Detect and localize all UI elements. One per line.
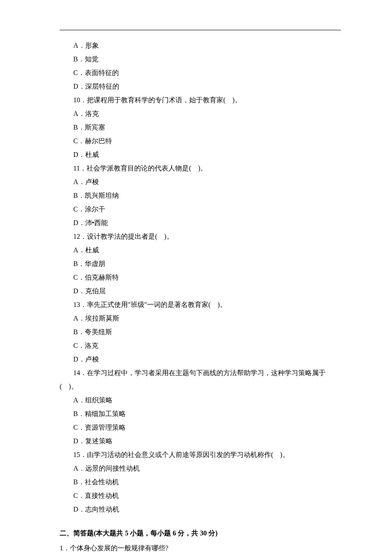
question-stem: 14．在学习过程中，学习者采用在主题句下画线的方法帮助学习，这种学习策略属于( … (60, 366, 341, 393)
option: B．夸美纽斯 (60, 325, 341, 339)
short-answer-item: 1．个体身心发展的一般规律有哪些? (60, 540, 341, 555)
option: D．卢梭 (60, 353, 341, 366)
option: A．洛克 (60, 107, 341, 121)
option: C．涂尔干 (60, 202, 341, 216)
option: B．斯宾塞 (60, 121, 341, 134)
option: B．华虚朋 (60, 257, 341, 271)
option: D．杜威 (60, 148, 341, 162)
question-stem: 12．设计教学法的提出者是( )。 (60, 230, 341, 243)
document-page: A．形象B．知觉C．表面特征的D．深层特征的 10．把课程用于教育科学的专门术语… (0, 0, 392, 555)
short-answer-questions: 1．个体身心发展的一般规律有哪些?2．简述态度与品德学习的一般过程。3．简述开展… (60, 540, 341, 555)
option: D．复述策略 (60, 434, 341, 448)
option: A．埃拉斯莫斯 (60, 312, 341, 325)
option: A．远景的间接性动机 (60, 462, 341, 475)
option: C．赫尔巴特 (60, 134, 341, 148)
option: B．知觉 (60, 52, 341, 66)
question-stem: 10．把课程用于教育科学的专门术语，始于教育家( )。 (60, 93, 341, 107)
option: B．凯兴斯坦纳 (60, 189, 341, 202)
question-stem: 13．率先正式使用"班级"一词的是著名教育家( )。 (60, 298, 341, 312)
option: D．克伯屈 (60, 284, 341, 298)
option: C．直接性动机 (60, 489, 341, 503)
option: A．卢梭 (60, 175, 341, 189)
section-2-header: 二、简答题(本大题共 5 小题，每小题 6 分，共 30 分) (60, 526, 341, 540)
multiple-choice-questions: 10．把课程用于教育科学的专门术语，始于教育家( )。A．洛克B．斯宾塞C．赫尔… (60, 93, 341, 516)
option: C．伯克赫斯特 (60, 271, 341, 284)
question-stem: 11．社会学派教育目的论的代表人物是( )。 (60, 162, 341, 175)
option: C．洛克 (60, 339, 341, 353)
option: A．组织策略 (60, 393, 341, 407)
top-separator (60, 30, 341, 30)
option: D．志向性动机 (60, 503, 341, 516)
question-9-options-partial: A．形象B．知觉C．表面特征的D．深层特征的 (60, 39, 341, 93)
option: A．杜威 (60, 243, 341, 257)
option: A．形象 (60, 39, 341, 52)
option: C．资源管理策略 (60, 421, 341, 434)
option: D．沛•西能 (60, 216, 341, 230)
option: B．精细加工策略 (60, 407, 341, 421)
option: D．深层特征的 (60, 80, 341, 93)
option: C．表面特征的 (60, 66, 341, 80)
option: B．社会性动机 (60, 475, 341, 489)
question-stem: 15．由学习活动的社会意义或个人前途等原因引发的学习动机称作( )。 (60, 448, 341, 462)
